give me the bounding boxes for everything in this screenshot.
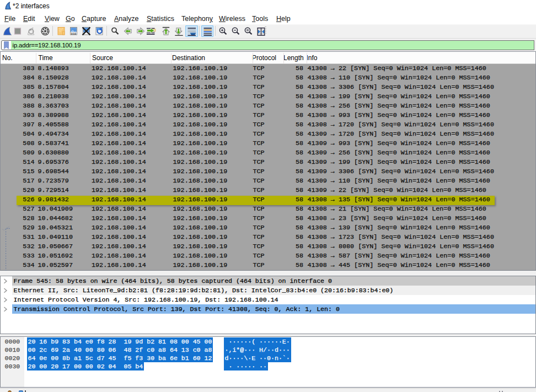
svg-text:010: 010 xyxy=(71,33,76,36)
